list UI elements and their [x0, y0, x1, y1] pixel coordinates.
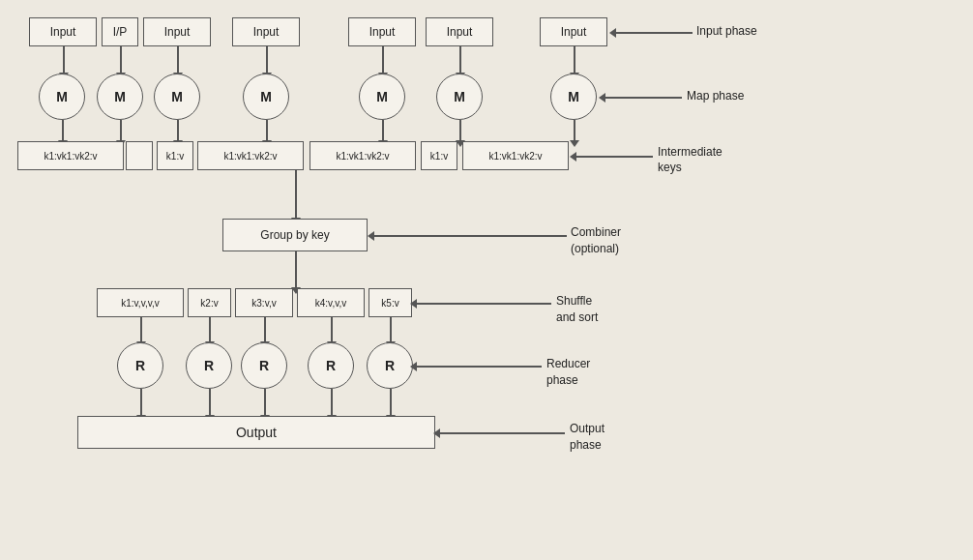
- map-circle-7: M: [550, 74, 597, 120]
- arrow-m3-int: [177, 120, 179, 141]
- arrow-s2-r2: [209, 317, 211, 342]
- input-phase-label: Input phase: [696, 24, 757, 38]
- input-box-7: Input: [540, 17, 607, 46]
- map-phase-label: Map phase: [687, 89, 744, 103]
- input-box-2: I/P: [102, 17, 138, 46]
- input-box-6: Input: [426, 17, 493, 46]
- input-box-3: Input: [143, 17, 211, 46]
- arrow-m5-int: [382, 120, 384, 141]
- arrow-in6-m6: [459, 46, 461, 74]
- group-by-key-box: Group by key: [222, 219, 368, 251]
- int-box-6: k1:v: [421, 141, 457, 170]
- shuffle-box-3: k3:v,v: [235, 288, 293, 317]
- int-box-7: k1:vk1:vk2:v: [462, 141, 569, 170]
- int-keys-label: Intermediatekeys: [658, 145, 722, 175]
- shuffle-box-2: k2:v: [188, 288, 231, 317]
- combiner-label: Combiner(optional): [571, 224, 621, 257]
- map-circle-4: M: [243, 74, 289, 120]
- shuffle-box-1: k1:v,v,v,v: [97, 288, 184, 317]
- arrow-in7-m7: [574, 46, 575, 74]
- arrow-in1-m1: [63, 46, 65, 74]
- map-circle-5: M: [359, 74, 405, 120]
- arrow-s3-r3: [264, 317, 266, 342]
- map-circle-1: M: [39, 74, 85, 120]
- shuffle-arrow: [416, 303, 551, 305]
- mapreduce-diagram: Input I/P Input Input Input Input Input …: [0, 0, 973, 560]
- map-circle-6: M: [436, 74, 483, 120]
- reducer-circle-3: R: [241, 342, 287, 389]
- shuffle-label: Shuffleand sort: [556, 293, 598, 326]
- input-phase-arrow: [615, 32, 693, 34]
- arrow-m7-int: [574, 120, 575, 141]
- arrow-m4-int: [266, 120, 268, 141]
- arrow-group-shuffle: [295, 251, 297, 288]
- arrow-s4-r4: [331, 317, 333, 342]
- output-label: Outputphase: [570, 421, 604, 454]
- map-circle-2: M: [97, 74, 143, 120]
- output-arrow: [439, 432, 565, 434]
- int-box-5: k1:vk1:vk2:v: [310, 141, 416, 170]
- int-box-2: [126, 141, 153, 170]
- int-box-1: k1:vk1:vk2:v: [17, 141, 124, 170]
- int-box-4: k1:vk1:vk2:v: [197, 141, 304, 170]
- reducer-circle-1: R: [117, 342, 163, 389]
- arrow-in4-m4: [266, 46, 268, 74]
- combiner-arrow: [373, 235, 567, 237]
- output-box: Output: [77, 416, 435, 449]
- input-box-5: Input: [348, 17, 416, 46]
- arrow-r2-out: [209, 389, 211, 416]
- arrow-r5-out: [390, 389, 392, 416]
- input-box-4: Input: [232, 17, 300, 46]
- reducer-arrow: [416, 366, 542, 368]
- input-box-1: Input: [29, 17, 97, 46]
- shuffle-box-4: k4:v,v,v: [297, 288, 365, 317]
- reducer-circle-2: R: [186, 342, 232, 389]
- arrow-int-group: [295, 170, 297, 219]
- arrow-in5-m5: [382, 46, 384, 74]
- shuffle-box-5: k5:v: [369, 288, 412, 317]
- arrow-m1-int: [62, 120, 64, 141]
- arrow-in3-m3: [177, 46, 179, 74]
- arrow-r3-out: [264, 389, 266, 416]
- arrow-s1-r1: [140, 317, 142, 342]
- int-box-3: k1:v: [157, 141, 193, 170]
- arrow-r4-out: [331, 389, 333, 416]
- map-phase-arrow: [604, 97, 682, 99]
- reducer-circle-5: R: [367, 342, 413, 389]
- reducer-circle-4: R: [308, 342, 354, 389]
- int-keys-arrow: [575, 156, 653, 158]
- arrow-s5-r5: [390, 317, 392, 342]
- map-circle-3: M: [154, 74, 200, 120]
- arrow-r1-out: [140, 389, 142, 416]
- arrow-m2-int: [120, 120, 122, 141]
- reducer-label: Reducerphase: [546, 356, 590, 389]
- arrow-m6-int: [459, 120, 461, 141]
- arrow-in2-m2: [120, 46, 122, 74]
